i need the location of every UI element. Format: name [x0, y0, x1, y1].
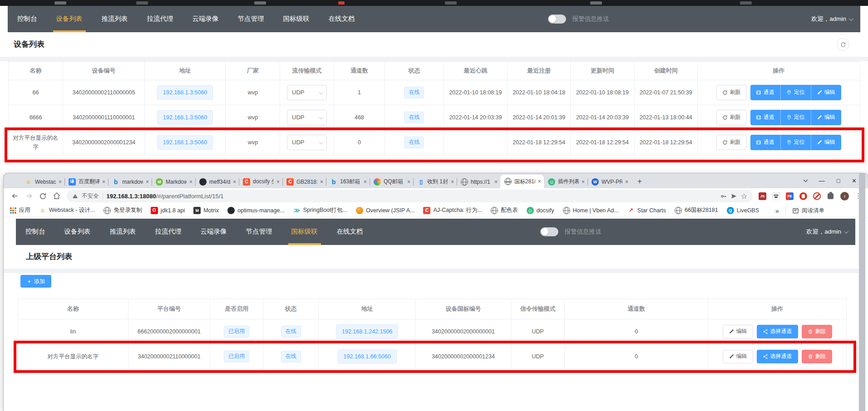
welcome-user[interactable]: 欢迎，admin	[806, 219, 847, 245]
url-text[interactable]: 192.168.1.3:18080/#/parentPlatformList/1…	[107, 192, 224, 200]
forward-icon[interactable]	[25, 192, 33, 200]
delete-button[interactable]: 删除	[802, 350, 832, 363]
nav-tab-gb-cascade[interactable]: 国标级联	[282, 219, 327, 245]
stream-mode-select[interactable]: UDP	[287, 110, 327, 125]
browser-tab-gb2818-active[interactable]: 国标2818×	[500, 175, 544, 188]
bookmark-apps[interactable]: 应用	[10, 206, 30, 214]
bookmark-color-table[interactable]: 配色表	[491, 206, 518, 214]
extension-js-icon[interactable]: JS	[759, 192, 766, 200]
bookmarks-overflow-chevron[interactable]: »	[775, 207, 779, 215]
channel-button[interactable]: 通道	[750, 135, 780, 150]
bookmark-motrix[interactable]: Motrix	[193, 207, 219, 214]
extensions-puzzle-icon[interactable]	[828, 193, 833, 199]
bookmark-springboot[interactable]: SpringBoot打包...	[293, 206, 347, 214]
locate-button[interactable]: 定位	[780, 85, 811, 100]
channel-button[interactable]: 通道	[750, 85, 780, 100]
reload-icon[interactable]	[39, 192, 47, 200]
add-platform-button[interactable]: 添加	[20, 275, 51, 288]
nav-tab-device-list[interactable]: 设备列表	[55, 219, 100, 245]
browser-tab-github[interactable]: meff34/d×	[195, 175, 239, 188]
browser-tab-163mail[interactable]: 163邮箱×	[326, 175, 370, 188]
scrollbar[interactable]	[859, 173, 865, 411]
close-icon[interactable]: ×	[146, 179, 149, 185]
extension-incognito-icon[interactable]	[772, 192, 780, 200]
locate-button[interactable]: 定位	[780, 110, 811, 125]
security-label[interactable]: 不安全	[82, 192, 99, 200]
bookmark-star-icon[interactable]: ☆	[741, 192, 747, 201]
extension-adblock-hand-icon[interactable]	[799, 192, 807, 200]
close-icon[interactable]: ×	[451, 179, 454, 185]
edit-button[interactable]: 编辑	[723, 350, 753, 363]
refresh-button[interactable]: 刷新	[716, 85, 747, 100]
alarm-push-toggle[interactable]	[540, 227, 558, 236]
browser-tab-https[interactable]: https://1×	[457, 175, 500, 188]
stream-mode-select[interactable]: UDP	[287, 85, 327, 100]
nav-tab-cloud-record[interactable]: 云端录像	[191, 219, 237, 245]
select-channel-button[interactable]: 选择通道	[757, 325, 798, 338]
close-icon[interactable]: ×	[494, 179, 498, 185]
channel-button[interactable]: 通道	[750, 110, 780, 125]
edit-button[interactable]: 编辑	[811, 85, 841, 100]
close-icon[interactable]: ×	[59, 179, 62, 185]
close-icon[interactable]: ×	[276, 179, 280, 185]
home-icon[interactable]	[53, 192, 61, 200]
extension-fe-icon[interactable]: FE	[786, 192, 794, 200]
alarm-push-toggle[interactable]	[548, 15, 566, 24]
nav-tab-cloud-record[interactable]: 云端录像	[183, 6, 228, 32]
browser-tab-webstack[interactable]: Webstac×	[21, 175, 64, 188]
locate-button[interactable]: 定位	[780, 135, 811, 150]
nav-tab-pull-proxy[interactable]: 拉流代理	[146, 219, 191, 245]
browser-tab-mail-notify[interactable]: 收到 1封×	[413, 175, 457, 188]
close-icon[interactable]: ×	[364, 179, 367, 185]
bookmark-livegbs[interactable]: LiveGBS	[727, 207, 759, 214]
profile-avatar[interactable]: I	[840, 192, 849, 201]
back-icon[interactable]	[11, 192, 19, 200]
nav-tab-push-list[interactable]: 推流列表	[100, 219, 146, 245]
url-bar[interactable]: 不安全 192.168.1.3:18080/#/parentPlatformLi…	[67, 190, 753, 202]
bookmark-optimus[interactable]: optimus-manage...	[227, 207, 285, 214]
browser-tab-baidu-translate[interactable]: 百度翻译×	[64, 175, 108, 188]
delete-button[interactable]: 删除	[802, 325, 832, 338]
nav-tab-console[interactable]: 控制台	[16, 219, 55, 245]
close-icon[interactable]: ×	[582, 179, 585, 185]
bookmark-aj-captcha[interactable]: AJ-Captcha: 行为...	[423, 206, 482, 214]
stream-mode-select[interactable]: UDP	[287, 135, 327, 150]
browser-tab-wvp-pro[interactable]: WVP-PRO×	[587, 175, 631, 188]
extension-no-touch-icon[interactable]	[813, 192, 821, 200]
bookmark-vben[interactable]: Home | Vben Ad...	[563, 207, 619, 214]
refresh-button[interactable]: 刷新	[716, 110, 747, 125]
nav-tab-push-list[interactable]: 推流列表	[92, 6, 138, 32]
nav-tab-node-manage[interactable]: 节点管理	[237, 219, 282, 245]
new-tab-button[interactable]: +	[634, 176, 646, 187]
reading-list-button[interactable]: 阅读清单	[792, 207, 824, 215]
nav-tab-node-manage[interactable]: 节点管理	[228, 6, 274, 32]
nav-tab-online-doc[interactable]: 在线文档	[327, 219, 373, 245]
close-icon[interactable]: ×	[625, 179, 628, 185]
bookmark-gb28181[interactable]: 66国标28181	[675, 206, 718, 214]
send-icon[interactable]	[730, 193, 737, 200]
refresh-button[interactable]: 刷新	[716, 135, 747, 150]
close-window-button[interactable]: ×	[852, 177, 856, 185]
select-channel-button[interactable]: 选择通道	[757, 350, 798, 363]
edit-button[interactable]: 编辑	[811, 110, 841, 125]
close-icon[interactable]: ×	[189, 179, 192, 185]
welcome-user[interactable]: 欢迎，admin	[811, 6, 852, 32]
close-icon[interactable]: ×	[320, 179, 323, 185]
bookmark-jsip[interactable]: Overview (JSIP A...	[356, 207, 414, 214]
browser-tab-docsify-csdn[interactable]: docsify 生×	[239, 175, 282, 188]
close-icon[interactable]: ×	[233, 179, 236, 185]
minimize-button[interactable]: —	[819, 177, 825, 184]
bookmark-star-charts[interactable]: Star Charts	[627, 207, 666, 214]
tab-search-chevron-icon[interactable]	[803, 178, 808, 182]
close-icon[interactable]: ×	[407, 179, 410, 185]
close-icon[interactable]: ×	[538, 178, 541, 185]
nav-tab-online-doc[interactable]: 在线文档	[319, 6, 365, 32]
nav-tab-gb-cascade[interactable]: 国标级联	[274, 6, 319, 32]
close-icon[interactable]: ×	[102, 179, 105, 185]
browser-tab-qqmail[interactable]: QQ邮箱×	[370, 175, 413, 188]
nav-tab-pull-proxy[interactable]: 拉流代理	[138, 6, 183, 32]
bookmark-copy-free[interactable]: 免登录复制	[104, 206, 142, 214]
bookmark-docsify[interactable]: docsify	[527, 207, 554, 214]
browser-tab-gb28181[interactable]: GB28181×	[282, 175, 326, 188]
bookmark-webstack[interactable]: Webstack - 设计...	[39, 206, 95, 214]
